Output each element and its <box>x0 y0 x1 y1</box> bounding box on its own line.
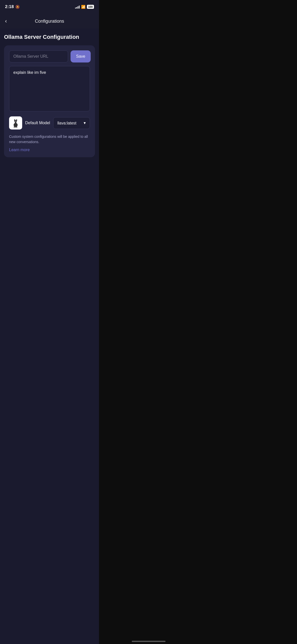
status-time: 2:18 <box>5 4 14 9</box>
bell-muted-icon: 🔕 <box>15 5 20 9</box>
nav-bar: ‹ Configurations <box>0 14 99 29</box>
config-card: Save explain like im five <box>4 45 95 157</box>
system-prompt-textarea[interactable]: explain like im five <box>9 66 90 111</box>
default-model-label: Default Model <box>25 121 50 125</box>
model-select[interactable]: llava:latest llama2:latest mistral:lates… <box>53 117 90 129</box>
wifi-icon: 📶 <box>81 5 85 9</box>
svg-point-6 <box>15 121 15 121</box>
learn-more-link[interactable]: Learn more <box>9 148 30 152</box>
status-icons: 📶 100 <box>75 5 94 9</box>
svg-rect-10 <box>16 126 17 128</box>
svg-point-7 <box>16 121 16 121</box>
ollama-model-icon <box>9 116 22 130</box>
status-bar: 2:18 🔕 📶 100 <box>0 0 99 14</box>
svg-rect-9 <box>15 126 16 128</box>
main-content: Ollama Server Configuration Save explain… <box>0 29 99 644</box>
info-text: Custom system configurations will be app… <box>9 134 90 145</box>
llama-svg-icon <box>11 118 21 128</box>
svg-point-5 <box>15 121 16 122</box>
save-button[interactable]: Save <box>71 50 91 62</box>
battery-indicator: 100 <box>87 5 94 9</box>
svg-rect-8 <box>14 126 15 128</box>
model-row: Default Model llava:latest llama2:latest… <box>9 116 90 130</box>
section-title: Ollama Server Configuration <box>4 34 95 40</box>
back-button[interactable]: ‹ <box>3 16 9 26</box>
nav-title: Configurations <box>35 19 64 24</box>
url-row: Save <box>9 50 90 62</box>
signal-bars-icon <box>75 5 80 9</box>
model-select-wrapper[interactable]: llava:latest llama2:latest mistral:lates… <box>53 117 90 129</box>
server-url-input[interactable] <box>9 50 68 62</box>
